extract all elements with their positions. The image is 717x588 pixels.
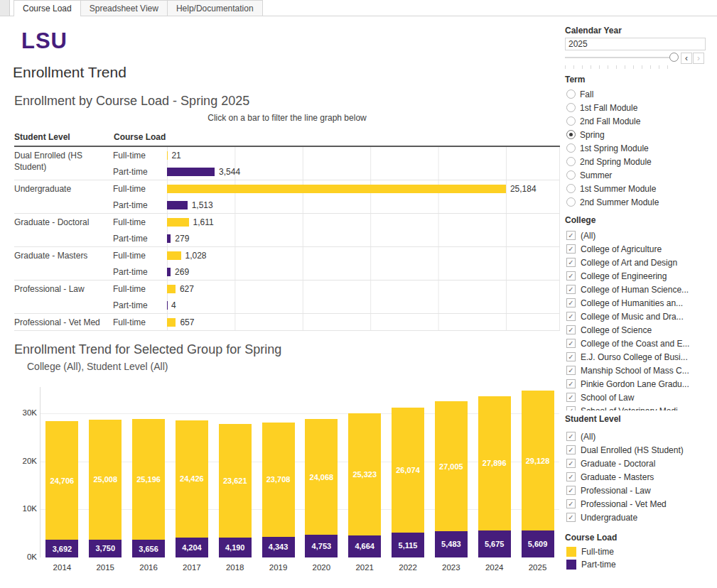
part-time-segment[interactable]: 5,609: [522, 530, 554, 557]
slider-next-button[interactable]: ›: [693, 53, 704, 64]
checkbox-option-college-of-art-and-design[interactable]: ✓College of Art and Design: [566, 256, 716, 269]
part-time-segment[interactable]: 4,343: [262, 537, 295, 557]
part-time-segment[interactable]: 4,664: [348, 535, 381, 558]
full-time-segment[interactable]: 29,128: [522, 391, 554, 530]
checkbox-option-manship-school-of-mass-c[interactable]: ✓Manship School of Mass C...: [566, 364, 716, 377]
checkbox-option-dual-enrolled-hs-student[interactable]: ✓Dual Enrolled (HS Student): [566, 443, 716, 457]
full-time-segment[interactable]: 24,426: [176, 420, 208, 538]
checkbox-option-all[interactable]: ✓(All): [566, 229, 716, 242]
full-time-value-label: 26,074: [396, 466, 420, 474]
part-time-segment[interactable]: 3,692: [45, 540, 78, 557]
stacked-bar-2018[interactable]: 23,6214,190: [219, 424, 252, 557]
radio-option-spring[interactable]: Spring: [566, 128, 716, 141]
checkbox-option-college-of-engineering[interactable]: ✓College of Engineering: [566, 269, 716, 283]
tab-course-load[interactable]: Course Load: [14, 0, 81, 16]
bar-part-time[interactable]: [167, 201, 188, 209]
stacked-bar-2019[interactable]: 23,7084,343: [262, 423, 295, 557]
part-time-segment[interactable]: 5,115: [392, 533, 424, 557]
radio-option-1st-fall-module[interactable]: 1st Fall Module: [566, 101, 716, 114]
checkbox-option-professional-vet-med[interactable]: ✓Professional - Vet Med: [566, 497, 716, 511]
full-time-segment[interactable]: 24,068: [305, 419, 338, 535]
legend-item-full-time[interactable]: Full-time: [566, 545, 716, 558]
radio-option-1st-spring-module[interactable]: 1st Spring Module: [566, 141, 716, 155]
radio-option-2nd-spring-module[interactable]: 2nd Spring Module: [566, 155, 716, 168]
checkbox-option-pinkie-gordon-lane-gradu[interactable]: ✓Pinkie Gordon Lane Gradu...: [566, 377, 716, 391]
radio-option-2nd-fall-module[interactable]: 2nd Fall Module: [566, 114, 716, 128]
full-time-segment[interactable]: 27,896: [478, 396, 511, 530]
slider-track[interactable]: [565, 57, 676, 58]
full-time-segment[interactable]: 23,621: [219, 424, 252, 538]
full-time-segment[interactable]: 23,708: [262, 423, 295, 536]
stacked-bar-2015[interactable]: 25,0083,750: [89, 420, 122, 557]
stacked-bar-2024[interactable]: 27,8965,675: [478, 396, 511, 557]
checkbox-icon: ✓: [566, 339, 576, 348]
full-time-segment[interactable]: 25,196: [132, 419, 165, 540]
stacked-bar-2014[interactable]: 24,7063,692: [45, 421, 78, 557]
stacked-bar-2025[interactable]: 29,1285,609: [522, 391, 554, 557]
checkbox-option-college-of-human-science[interactable]: ✓College of Human Science...: [566, 283, 716, 296]
bar-full-time[interactable]: [167, 251, 181, 260]
student-level-cell: Graduate - Masters: [14, 247, 113, 280]
tab-help-documentation[interactable]: Help/Documentation: [167, 0, 263, 16]
tab-strip-stub[interactable]: [0, 0, 10, 16]
stacked-bar-2022[interactable]: 26,0745,115: [392, 408, 424, 557]
y-tick-label: 20K: [9, 457, 37, 465]
checkbox-option-school-of-veterinary-medi[interactable]: ✓School of Veterinary Medi...: [566, 404, 716, 410]
checkbox-option-college-of-music-and-dra[interactable]: ✓College of Music and Dra...: [566, 310, 716, 323]
course-load-subrow: Full-time1,611: [113, 214, 560, 230]
part-time-segment[interactable]: 5,675: [478, 530, 511, 557]
checkbox-option-school-of-law[interactable]: ✓School of Law: [566, 391, 716, 404]
part-time-segment[interactable]: 3,750: [89, 540, 122, 557]
checkbox-option-graduate-doctoral[interactable]: ✓Graduate - Doctoral: [566, 457, 716, 470]
stacked-bar-2021[interactable]: 25,3234,664: [348, 413, 381, 557]
checkbox-option-college-of-humanities-an[interactable]: ✓College of Humanities an...: [566, 296, 716, 310]
part-time-segment[interactable]: 5,483: [435, 531, 468, 557]
part-time-value-label: 5,609: [528, 540, 548, 548]
radio-option-fall[interactable]: Fall: [566, 87, 716, 101]
checkbox-option-college-of-agriculture[interactable]: ✓College of Agriculture: [566, 242, 716, 256]
student-level-checkbox-list: ✓(All)✓Dual Enrolled (HS Student)✓Gradua…: [566, 430, 716, 524]
table-row: UndergraduateFull-time25,184Part-time1,5…: [14, 180, 560, 214]
stacked-bar-2020[interactable]: 24,0684,753: [305, 419, 338, 557]
legend-item-part-time[interactable]: Part-time: [566, 558, 716, 571]
radio-option-2nd-summer-module[interactable]: 2nd Summer Module: [566, 195, 716, 209]
radio-option-summer[interactable]: Summer: [566, 168, 716, 182]
bar-full-time[interactable]: [167, 285, 176, 293]
checkbox-option-all[interactable]: ✓(All): [566, 430, 716, 443]
radio-option-1st-summer-module[interactable]: 1st Summer Module: [566, 182, 716, 195]
bar-part-time[interactable]: [167, 234, 171, 243]
calendar-year-input[interactable]: [565, 38, 706, 50]
checkbox-label: (All): [581, 432, 595, 442]
course-load-cell: Full-time: [113, 217, 167, 227]
tab-spreadsheet-view[interactable]: Spreadsheet View: [80, 0, 168, 16]
radio-label: Summer: [580, 170, 612, 180]
bar-full-time[interactable]: [167, 218, 189, 227]
bar-value-label: 627: [180, 284, 194, 294]
part-time-segment[interactable]: 4,204: [176, 538, 208, 557]
stacked-bar-2016[interactable]: 25,1963,656: [132, 419, 165, 557]
slider-prev-button[interactable]: ‹: [681, 53, 692, 64]
full-time-segment[interactable]: 25,008: [89, 420, 122, 540]
checkbox-option-graduate-masters[interactable]: ✓Graduate - Masters: [566, 470, 716, 484]
full-time-segment[interactable]: 26,074: [392, 408, 424, 533]
part-time-segment[interactable]: 3,656: [132, 540, 165, 557]
checkbox-option-college-of-science[interactable]: ✓College of Science: [566, 323, 716, 337]
checkbox-option-e-j-ourso-college-of-busi[interactable]: ✓E.J. Ourso College of Busi...: [566, 350, 716, 364]
full-time-segment[interactable]: 24,706: [45, 421, 78, 540]
part-time-segment[interactable]: 4,753: [305, 535, 338, 557]
full-time-segment[interactable]: 27,005: [435, 401, 468, 531]
bar-value-label: 1,611: [193, 217, 214, 227]
checkbox-option-professional-law[interactable]: ✓Professional - Law: [566, 484, 716, 497]
stacked-bar-2023[interactable]: 27,0055,483: [435, 401, 468, 557]
bar-full-time[interactable]: [167, 318, 176, 327]
bar-part-time[interactable]: [167, 168, 215, 176]
radio-icon: [566, 103, 576, 112]
slider-handle[interactable]: [669, 53, 679, 62]
bar-part-time[interactable]: [167, 268, 171, 276]
checkbox-option-college-of-the-coast-and-e[interactable]: ✓College of the Coast and E...: [566, 337, 716, 350]
part-time-segment[interactable]: 4,190: [219, 538, 252, 557]
bar-full-time[interactable]: [167, 185, 506, 193]
checkbox-option-undergraduate[interactable]: ✓Undergraduate: [566, 511, 716, 524]
stacked-bar-2017[interactable]: 24,4264,204: [176, 420, 208, 557]
full-time-segment[interactable]: 25,323: [348, 413, 381, 535]
